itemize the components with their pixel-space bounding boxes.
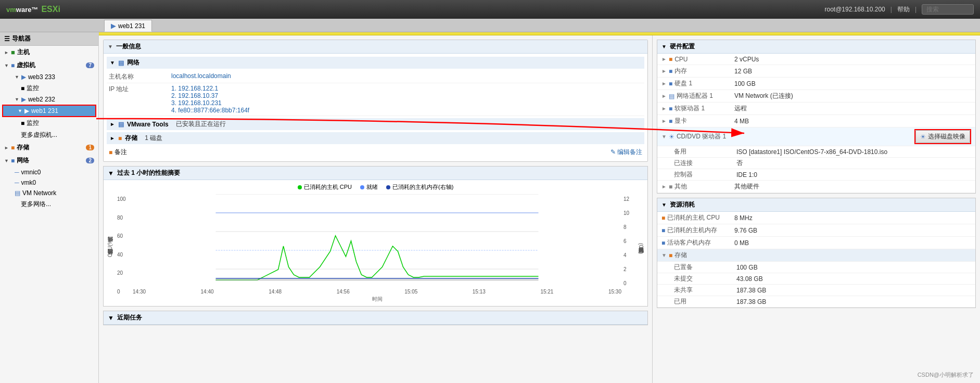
hw-cpu-arrow: ► xyxy=(661,56,667,62)
tab-web1-231[interactable]: ▶ web1 231 xyxy=(104,20,152,32)
sidebar-item-more-networks[interactable]: 更多网络... xyxy=(0,198,98,210)
vm-group-arrow-icon: ▼ xyxy=(4,63,9,68)
vmware-tools-header[interactable]: ► ▤ VMware Tools 已安装且正在运行 xyxy=(107,118,644,130)
sidebar-header: ☰ 导航器 xyxy=(0,32,98,46)
used-value: 187.38 GB xyxy=(736,298,971,305)
nic-icon: ▤ xyxy=(669,93,674,100)
edit-icon: ✎ xyxy=(610,148,616,156)
hw-cddvd-connected: 已连接 否 xyxy=(657,158,975,169)
hw-nic-arrow: ► xyxy=(661,93,667,99)
x-ticks: 14:3014:4014:4814:5615:0515:1315:2115:30 xyxy=(133,288,621,296)
general-info-header[interactable]: ▼ 一般信息 xyxy=(104,40,647,54)
storage-header[interactable]: ► ■ 存储 1 磁盘 xyxy=(107,132,644,144)
search-input[interactable] xyxy=(922,4,974,15)
legend-cpu-dot xyxy=(298,185,302,189)
res-storage-label: ▼ ■ 存储 xyxy=(661,251,734,260)
sidebar-item-storage[interactable]: ► ■ 存储 1 xyxy=(0,141,98,154)
hw-cddvd-row: ▼ ☀ CD/DVD 驱动器 1 ☀ 选择磁盘映像 xyxy=(657,127,975,146)
hw-memory-label: ► ■ 内存 xyxy=(661,67,734,75)
storage-icon: ■ xyxy=(11,144,15,151)
sidebar-item-label: 虚拟机 xyxy=(17,61,35,70)
sidebar-item-web1-container: ▼ ▶ web1 231 xyxy=(2,105,96,117)
hw-display-label: ► ■ 显卡 xyxy=(661,117,734,125)
legend-ready-dot xyxy=(360,185,364,189)
hostname-label: 主机名称 xyxy=(109,72,171,81)
vmware-tools-label: VMware Tools xyxy=(127,121,169,128)
hw-display-row: ► ■ 显卡 4 MB xyxy=(657,115,975,127)
tasks-header[interactable]: ▼ 近期任务 xyxy=(104,311,647,325)
vm-count-badge: 7 xyxy=(86,62,94,68)
hw-mem-arrow: ► xyxy=(661,68,667,74)
sidebar-item-web1-monitor[interactable]: ■ 监控 xyxy=(0,117,98,129)
res-arrow: ▼ xyxy=(661,202,667,208)
header-right: root@192.168.10.200 | 帮助 | xyxy=(824,4,974,15)
uncommitted-label: 未提交 xyxy=(674,274,736,283)
recent-tasks-section: ▼ 近期任务 xyxy=(103,311,648,325)
tasks-arrow: ▼ xyxy=(108,314,114,322)
network-sub-label: 网络 xyxy=(127,58,139,67)
sidebar-toggle-icon[interactable]: ☰ xyxy=(4,35,10,43)
tab-label: web1 231 xyxy=(118,22,145,30)
cpu-line xyxy=(216,236,539,280)
hw-header[interactable]: ▼ 硬件配置 xyxy=(657,40,975,54)
res-unshared: 未共享 187.38 GB xyxy=(657,285,975,296)
help-link[interactable]: 帮助 xyxy=(897,5,910,14)
vm-group-icon: ■ xyxy=(11,62,15,69)
floppy-icon: ■ xyxy=(669,105,672,112)
hw-disk-label: ► ■ 硬盘 1 xyxy=(661,79,734,88)
cpu-icon: ■ xyxy=(669,56,672,63)
sidebar-item-label: vmk0 xyxy=(21,179,36,186)
sidebar-item-more-vms[interactable]: 更多虚拟机... xyxy=(0,129,98,141)
sidebar-item-label: 更多虚拟机... xyxy=(21,131,57,139)
tab-bar: ▶ web1 231 xyxy=(0,19,980,32)
floppy-label-text: 软驱动器 1 xyxy=(674,104,705,113)
sidebar-item-vmnic0[interactable]: ─ vmnic0 xyxy=(0,167,98,177)
x-axis-label: 时间 xyxy=(133,296,621,303)
sidebar-item-network[interactable]: ▼ ■ 网络 2 xyxy=(0,154,98,167)
hw-disk-row: ► ■ 硬盘 1 100 GB xyxy=(657,78,975,90)
res-header[interactable]: ▼ 资源消耗 xyxy=(657,198,975,212)
sidebar-item-host[interactable]: ► ■ 主机 xyxy=(0,46,98,59)
floppy-value: 远程 xyxy=(734,104,971,113)
right-panel: ▼ 硬件配置 ► ■ CPU 2 vCPUs xyxy=(652,35,980,383)
network-subsection-header[interactable]: ▼ ▤ 网络 xyxy=(107,57,644,69)
res-active-label-text: 活动客户机内存 xyxy=(667,238,711,247)
res-provisioned: 已置备 100 GB xyxy=(657,262,975,273)
cpu-value: 2 vCPUs xyxy=(734,56,971,63)
legend-memory-dot xyxy=(386,185,390,189)
tab-vm-icon: ▶ xyxy=(111,22,116,30)
res-cpu-row: ■ 已消耗的主机 CPU 8 MHz xyxy=(657,212,975,224)
edit-notes-btn[interactable]: ✎ 编辑备注 xyxy=(610,148,642,157)
sidebar-item-vms[interactable]: ▼ ■ 虚拟机 7 xyxy=(0,59,98,72)
ip-label: IP 地址 xyxy=(109,85,171,94)
vmware-tools-arrow: ► xyxy=(110,121,115,127)
res-used: 已用 187.38 GB xyxy=(657,296,975,308)
hw-title: 硬件配置 xyxy=(670,42,695,51)
sidebar-item-label: 监控 xyxy=(27,84,39,93)
edit-notes-label: 编辑备注 xyxy=(617,148,642,156)
storage-arrow-icon: ► xyxy=(4,145,9,150)
web3-monitor-icon: ■ xyxy=(21,85,24,92)
select-image-label: 选择磁盘映像 xyxy=(928,132,965,141)
provisioned-value: 100 GB xyxy=(736,264,971,271)
y-ticks-right: 024681012 xyxy=(623,194,636,303)
vmk0-icon: ─ xyxy=(15,179,19,186)
sidebar-item-vmk0[interactable]: ─ vmk0 xyxy=(0,177,98,188)
tasks-title: 近期任务 xyxy=(117,313,142,322)
sidebar-item-label: VM Network xyxy=(22,189,56,197)
sidebar-item-vm-network[interactable]: ▤ VM Network xyxy=(0,188,98,198)
current-user: root@192.168.10.200 xyxy=(824,6,885,13)
sidebar-item-web3[interactable]: ▼ ▶ web3 233 xyxy=(0,72,98,82)
perf-header[interactable]: ▼ 过去 1 小时的性能摘要 xyxy=(104,167,647,180)
res-storage-row: ▼ ■ 存储 xyxy=(657,249,975,262)
sidebar-item-web2[interactable]: ▼ ▶ web2 232 xyxy=(0,94,98,105)
sidebar-item-web3-monitor[interactable]: ■ 监控 xyxy=(0,82,98,94)
unshared-value: 187.38 GB xyxy=(736,287,971,294)
sidebar-item-web1[interactable]: ▼ ▶ web1 231 xyxy=(3,106,95,116)
res-cpu-value: 8 MHz xyxy=(734,214,971,222)
hostname-value: localhost.localdomain xyxy=(171,72,642,80)
general-info-title: 一般信息 xyxy=(116,42,141,51)
select-image-btn[interactable]: ☀ 选择磁盘映像 xyxy=(915,130,970,143)
notes-label-area: ■ 备注 xyxy=(109,148,127,157)
sidebar-item-label: 主机 xyxy=(17,48,30,57)
